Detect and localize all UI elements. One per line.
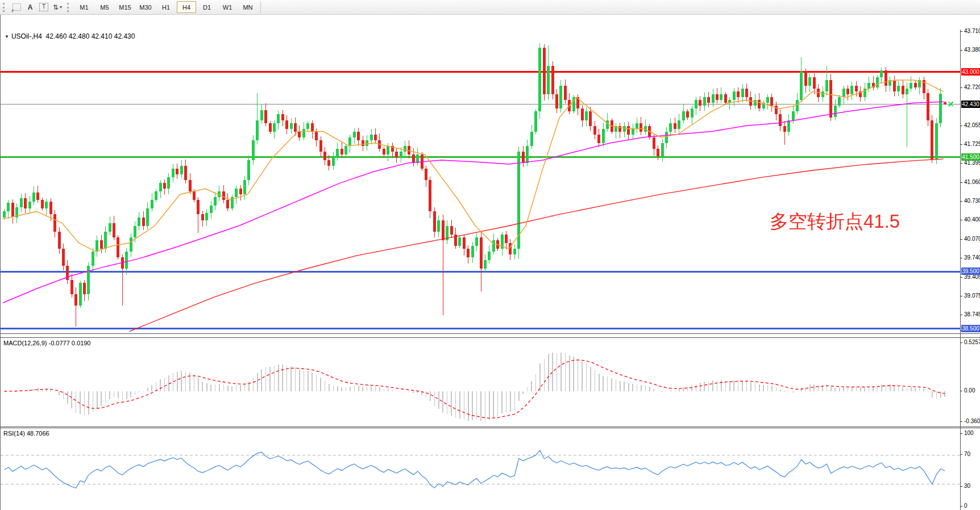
cursor-arrows-icon[interactable]: ⇅▾ [51, 2, 64, 13]
rsi-axis-label: 100 [964, 430, 974, 436]
rsi-axis-label: 0 [964, 503, 967, 509]
rsi-tick-mark [960, 433, 962, 434]
symbol-period-label: USOil-,H4 [11, 32, 42, 40]
macd-tick-mark [960, 391, 962, 391]
panel-separator[interactable] [1, 428, 980, 428]
price-tick-label: 39.075 [964, 292, 980, 299]
grid-glyph: F [13, 3, 21, 11]
price-tick-label: 41.060 [964, 179, 980, 185]
timeframe-button-m1[interactable]: M1 [74, 1, 94, 13]
price-tick-label: 43.380 [964, 47, 980, 53]
timeframe-button-m15[interactable]: M15 [115, 1, 135, 13]
price-tick-mark [960, 315, 962, 315]
price-tick-mark [960, 144, 962, 145]
hline-price-chip: 38.500 [961, 325, 980, 332]
current-price-chip: 42.430 [961, 101, 980, 108]
timeframe-button-m30[interactable]: M30 [136, 1, 155, 13]
price-axis-border [960, 30, 961, 510]
ohlc-values: 42.460 42.480 42.410 42.430 [46, 32, 135, 40]
dropdown-caret-icon[interactable]: ▾ [60, 5, 62, 10]
rsi-indicator-label: RSI(14) 48.7066 [3, 430, 49, 437]
timeframe-button-group: M1M5M15M30H1H4D1W1MN [74, 1, 258, 13]
hline-price-chip: 43.000 [961, 68, 980, 76]
price-tick-mark [960, 31, 962, 32]
rsi-axis-label: 30 [964, 483, 970, 489]
timeframe-button-m5[interactable]: M5 [95, 1, 114, 13]
price-tick-mark [960, 126, 962, 126]
price-tick-mark [960, 239, 962, 240]
toolbar: F A T ⇅▾ M1M5M15M30H1H4D1W1MN [0, 0, 980, 15]
toolbar-drag-handle-2[interactable] [67, 3, 71, 12]
macd-tick-mark [960, 421, 962, 422]
hline-price-chip: 41.500 [961, 153, 980, 161]
price-tick-label: 40.070 [964, 236, 980, 242]
price-tick-label: 42.055 [964, 122, 980, 128]
macd-axis-label: 0.00 [964, 387, 975, 394]
macd-indicator-label: MACD(12,26,9) -0.0777 0.0190 [3, 340, 90, 346]
panel-separator[interactable] [1, 427, 980, 427]
timeframe-button-mn[interactable]: MN [238, 1, 258, 13]
price-tick-mark [960, 163, 962, 164]
rsi-tick-mark [960, 454, 962, 455]
price-tick-mark [960, 258, 962, 258]
rsi-panel-canvas[interactable] [1, 428, 960, 510]
macd-panel-canvas[interactable] [1, 338, 960, 427]
rsi-tick-mark [960, 486, 962, 487]
price-tick-mark [960, 87, 962, 88]
insert-text-icon[interactable]: A [24, 2, 36, 13]
price-tick-label: 40.730 [964, 198, 980, 204]
price-tick-label: 42.720 [964, 84, 980, 90]
timeframe-button-d1[interactable]: D1 [197, 1, 217, 13]
toolbar-separator [260, 2, 261, 13]
text-label-icon[interactable]: T [38, 2, 50, 13]
price-tick-label: 41.725 [964, 141, 980, 147]
chart-header: ▼USOil-,H4 42.460 42.480 42.410 42.430 [5, 32, 135, 40]
price-tick-label: 38.745 [964, 311, 980, 317]
price-tick-mark [960, 220, 962, 220]
timeframe-button-w1[interactable]: W1 [218, 1, 237, 13]
chinese-annotation-text[interactable]: 多空转折点41.5 [770, 209, 900, 235]
price-tick-label: 40.400 [964, 216, 980, 223]
price-tick-mark [960, 182, 962, 183]
chart-grid-icon[interactable]: F [10, 2, 23, 13]
price-tick-label: 39.740 [964, 254, 980, 261]
price-tick-mark [960, 296, 962, 296]
symbol-dropdown-icon[interactable]: ▼ [5, 34, 9, 39]
panel-separator[interactable] [1, 337, 980, 338]
text-label-glyph: T [39, 3, 48, 11]
rsi-axis-label: 70 [964, 451, 970, 457]
panel-separator[interactable] [1, 333, 980, 334]
macd-tick-mark [960, 342, 962, 343]
price-chart-canvas[interactable] [1, 30, 960, 334]
macd-axis-label: -0.3603 [964, 418, 980, 424]
price-tick-mark [960, 50, 962, 51]
timeframe-button-h4[interactable]: H4 [177, 1, 196, 13]
price-tick-label: 43.710 [964, 28, 980, 34]
price-tick-mark [960, 201, 962, 202]
timeframe-button-h1[interactable]: H1 [156, 1, 176, 13]
toolbar-drag-handle[interactable] [3, 3, 7, 12]
hline-price-chip: 39.500 [961, 267, 980, 275]
price-tick-mark [960, 277, 962, 278]
chart-window: ▼USOil-,H4 42.460 42.480 42.410 42.430 M… [0, 15, 980, 510]
macd-axis-label: 0.5257 [964, 339, 980, 345]
rsi-tick-mark [960, 506, 962, 507]
mt4-chart-window: { "toolbar": { "tool_icons": [ {"name": … [0, 0, 980, 510]
